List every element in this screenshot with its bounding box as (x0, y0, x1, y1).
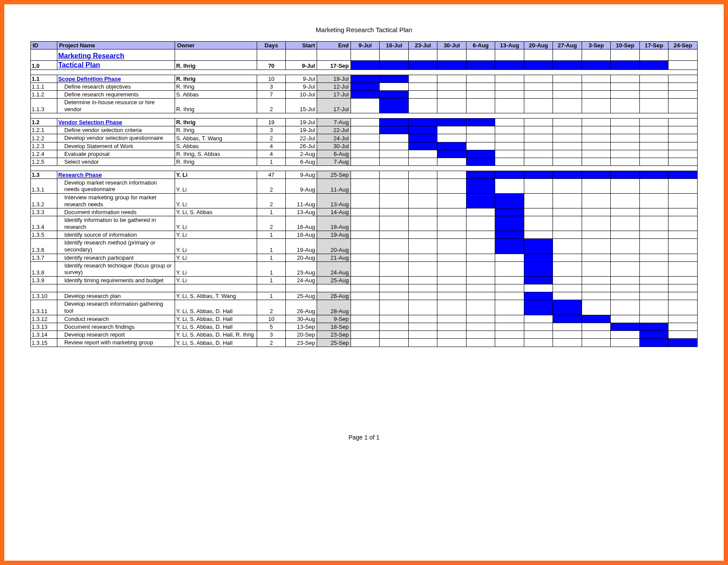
cell-days: 2 (257, 99, 285, 113)
gantt-cell (351, 50, 379, 61)
gantt-cell (408, 292, 437, 300)
gantt-cell (582, 231, 610, 239)
cell-name: Define vendor selection criteria (57, 126, 175, 134)
gantt-cell (408, 330, 437, 339)
table-row: 1.3.10Develop research planY. Li, S. Abb… (31, 292, 698, 300)
cell-owner: S. Abbas (175, 142, 257, 150)
gantt-cell (351, 142, 379, 150)
gantt-cell (639, 208, 668, 216)
cell-days: 1 (257, 239, 285, 254)
gantt-cell (553, 315, 582, 323)
header-week: 30-Jul (437, 42, 466, 50)
cell-days: 2 (257, 339, 285, 347)
gantt-cell (351, 208, 379, 216)
gantt-cell (408, 50, 437, 61)
cell-name: Define research objectives (57, 83, 175, 91)
cell-owner: R. Ihrig, S. Abbas (175, 150, 257, 158)
gantt-cell (437, 254, 466, 261)
gantt-cell (582, 91, 610, 99)
gantt-cell (668, 339, 698, 347)
gantt-cell (639, 330, 668, 339)
gantt-cell (437, 178, 466, 193)
cell-id (31, 50, 57, 61)
cell-owner: Y. Li (175, 193, 257, 208)
cell-name: Select vendor (57, 158, 175, 165)
gantt-cell (524, 231, 553, 239)
gantt-cell (524, 171, 553, 178)
cell-owner: R. Ihrig (175, 99, 257, 113)
gantt-cell (380, 261, 408, 276)
gantt-cell (639, 254, 668, 261)
cell-days: 1 (257, 208, 285, 216)
gantt-cell (639, 276, 668, 284)
header-week: 24-Sep (668, 42, 698, 50)
cell-end: 23-Sep (317, 330, 351, 339)
gantt-cell (639, 50, 668, 61)
cell-end: 7-Aug (317, 158, 351, 165)
gantt-cell (582, 61, 610, 70)
cell-name: Identify research technique (focus group… (57, 261, 175, 276)
cell-start: 22-Jul (286, 134, 317, 142)
table-row: 1.1.2Define research requirementsS. Abba… (31, 91, 698, 99)
cell-days: 5 (257, 323, 285, 330)
gantt-cell (466, 292, 495, 300)
gantt-cell (408, 193, 437, 208)
cell-days: 1 (257, 261, 285, 276)
cell-id: 1.2.3 (31, 142, 57, 150)
table-row: 1.2.1Define vendor selection criteriaR. … (31, 126, 698, 134)
gantt-cell (351, 254, 379, 261)
cell-name: Determine in-house resource or hire vend… (57, 99, 175, 113)
gantt-cell (466, 142, 495, 150)
gantt-cell (351, 99, 379, 113)
cell-owner: Y. Li, S. Abbas (175, 208, 257, 216)
gantt-cell (524, 292, 553, 300)
cell-name: Develop research plan (57, 292, 175, 300)
table-row: 1.3Research PhaseY. Li479-Aug25-Sep (31, 171, 698, 178)
cell-end: 24-Jul (317, 134, 351, 142)
cell-id: 1.0 (31, 61, 57, 70)
cell-start: 9-Jul (286, 75, 317, 83)
cell-end: 17-Jul (317, 99, 351, 113)
cell-end: 6-Aug (317, 150, 351, 158)
gantt-cell (380, 119, 408, 126)
gantt-cell (668, 330, 698, 339)
gantt-cell (466, 300, 495, 315)
gantt-cell (408, 315, 437, 323)
cell-days: 70 (257, 61, 285, 70)
gantt-cell (524, 339, 553, 347)
gantt-cell (466, 119, 495, 126)
gantt-cell (524, 261, 553, 276)
gantt-cell (524, 99, 553, 113)
header-week: 17-Sep (639, 42, 668, 50)
gantt-cell (611, 276, 639, 284)
cell-end: 17-Sep (317, 61, 351, 70)
gantt-cell (639, 231, 668, 239)
gantt-cell (351, 231, 379, 239)
gantt-cell (524, 134, 553, 142)
table-row: 1.1.1Define research objectivesR. Ihrig3… (31, 83, 698, 91)
cell-end: 9-Sep (317, 315, 351, 323)
gantt-cell (437, 99, 466, 113)
cell-id: 1.3.13 (31, 323, 57, 330)
cell-id: 1.3.12 (31, 315, 57, 323)
gantt-cell (495, 315, 524, 323)
gantt-cell (351, 83, 379, 91)
cell-end: 25-Aug (317, 276, 351, 284)
gantt-cell (466, 254, 495, 261)
table-row: 1.0Tactical PlanR. Ihrig709-Jul17-Sep (31, 61, 698, 70)
cell-id: 1.2.1 (31, 126, 57, 134)
gantt-cell (639, 126, 668, 134)
cell-end: 12-Jul (317, 83, 351, 91)
gantt-cell (582, 208, 610, 216)
gantt-cell (495, 254, 524, 261)
gantt-cell (524, 300, 553, 315)
gantt-cell (380, 126, 408, 134)
cell-start: 30-Aug (286, 315, 317, 323)
gantt-cell (639, 261, 668, 276)
gantt-cell (380, 254, 408, 261)
cell-start: 9-Aug (286, 178, 317, 193)
gantt-cell (437, 300, 466, 315)
gantt-cell (351, 239, 379, 254)
gantt-cell (408, 254, 437, 261)
table-row: 1.1.3Determine in-house resource or hire… (31, 99, 698, 113)
